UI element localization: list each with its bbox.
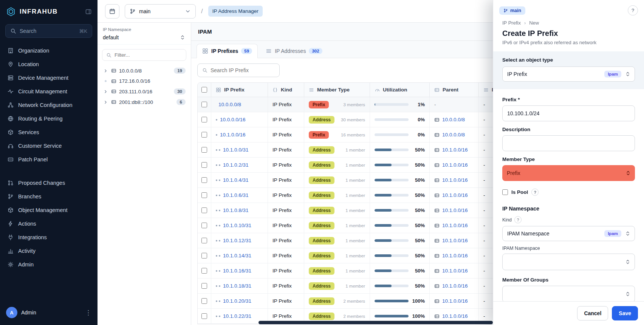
row-checkbox[interactable] xyxy=(201,117,207,122)
kind-select[interactable]: IPAM Namespace Ipam xyxy=(502,226,635,241)
prefix-link[interactable]: 10.1.0.22/31 xyxy=(223,313,251,319)
tree-item-203-111-0-0-16[interactable]: 203.111.0.0/16 30 xyxy=(101,86,188,97)
row-checkbox[interactable] xyxy=(201,147,207,153)
table-row[interactable]: 10.1.0.2/31 IP Prefix Address 1 member 5… xyxy=(198,158,535,173)
sidebar-item-organization[interactable]: Organization xyxy=(4,44,94,57)
sidebar-item-patch-panel[interactable]: Patch Panel xyxy=(4,153,94,166)
prefix-link[interactable]: 10.1.0.0/16 xyxy=(220,132,246,138)
column-header-parent[interactable]: Parent xyxy=(430,83,479,97)
row-checkbox[interactable] xyxy=(201,102,207,107)
parent-link[interactable]: 10.1.0.0/16 xyxy=(442,253,468,258)
sidebar-item-location[interactable]: Location xyxy=(4,57,94,71)
member-of-groups-select[interactable] xyxy=(502,286,635,301)
sidebar-item-admin[interactable]: Admin xyxy=(4,258,94,271)
sidebar-item-proposed-changes[interactable]: Proposed Changes xyxy=(4,176,94,190)
row-checkbox[interactable] xyxy=(201,238,207,243)
prefix-link[interactable]: 10.1.0.4/31 xyxy=(223,177,249,183)
column-header-ip-prefix[interactable]: IP Prefix xyxy=(211,83,268,97)
row-checkbox[interactable] xyxy=(201,253,207,258)
select-all-checkbox[interactable] xyxy=(201,87,207,93)
parent-link[interactable]: 10.1.0.0/16 xyxy=(442,238,468,243)
prefix-link[interactable]: 10.1.0.18/31 xyxy=(223,283,251,289)
sidebar-item-branches[interactable]: Branches xyxy=(4,190,94,203)
table-row[interactable]: 10.1.0.10/31 IP Prefix Address 1 member … xyxy=(198,218,535,233)
sidebar-item-services[interactable]: Services xyxy=(4,125,94,139)
prefix-link[interactable]: 10.0.0.0/8 xyxy=(218,102,241,107)
prefix-link[interactable]: 10.1.0.16/31 xyxy=(223,268,251,274)
tab-ip-prefixes[interactable]: IP Prefixes 59 xyxy=(197,44,258,58)
sidebar-item-actions[interactable]: Actions xyxy=(4,217,94,231)
horizontal-scrollbar[interactable] xyxy=(259,321,493,324)
table-row[interactable]: 10.1.0.14/31 IP Prefix Address 1 member … xyxy=(198,248,535,263)
save-button[interactable]: Save xyxy=(612,306,638,320)
help-button[interactable]: ? xyxy=(628,5,638,15)
ipam-namespace-select[interactable] xyxy=(502,254,635,270)
table-row[interactable]: 10.1.0.8/31 IP Prefix Address 1 member 5… xyxy=(198,203,535,218)
parent-link[interactable]: 10.1.0.0/16 xyxy=(442,298,468,304)
sidebar-item-customer-service[interactable]: Customer Service xyxy=(4,139,94,153)
user-menu[interactable]: A Admin ⋮ xyxy=(0,301,98,325)
row-checkbox[interactable] xyxy=(201,298,207,304)
parent-link[interactable]: 10.0.0.0/8 xyxy=(442,117,465,122)
description-field[interactable] xyxy=(502,135,635,151)
column-header-kind[interactable]: Kind xyxy=(268,83,304,97)
table-row[interactable]: 10.1.0.6/31 IP Prefix Address 1 member 5… xyxy=(198,188,535,203)
prefix-link[interactable]: 10.1.0.2/31 xyxy=(223,162,249,168)
prefix-link[interactable]: 10.1.0.8/31 xyxy=(223,207,249,213)
cancel-button[interactable]: Cancel xyxy=(577,306,608,320)
row-checkbox[interactable] xyxy=(201,313,207,319)
row-checkbox[interactable] xyxy=(201,268,207,274)
kind-help-icon[interactable]: ? xyxy=(514,216,522,223)
row-checkbox[interactable] xyxy=(201,177,207,183)
prefix-search-input[interactable] xyxy=(211,67,275,73)
member-type-select[interactable]: Prefix xyxy=(502,165,635,181)
prefix-link[interactable]: 10.1.0.0/31 xyxy=(223,147,249,153)
parent-link[interactable]: 10.1.0.0/16 xyxy=(442,162,468,168)
prefix-link[interactable]: 10.1.0.6/31 xyxy=(223,192,249,198)
prefix-search[interactable] xyxy=(197,63,280,77)
parent-link[interactable]: 10.1.0.0/16 xyxy=(442,313,468,319)
sidebar-item-integrations[interactable]: Integrations xyxy=(4,231,94,244)
parent-link[interactable]: - xyxy=(434,102,436,107)
tree-item-2001-db8-100[interactable]: 2001:db8::/100 6 xyxy=(101,97,188,107)
row-checkbox[interactable] xyxy=(201,192,207,198)
prefix-link[interactable]: 10.1.0.20/31 xyxy=(223,298,251,304)
parent-link[interactable]: 10.1.0.0/16 xyxy=(442,207,468,213)
parent-link[interactable]: 10.1.0.0/16 xyxy=(442,223,468,228)
column-header-member-type[interactable]: Member Type xyxy=(304,83,370,97)
tree-item-172-16-0-0-16[interactable]: 172.16.0.0/16 xyxy=(101,76,188,86)
parent-link[interactable]: 10.1.0.0/16 xyxy=(442,177,468,183)
breadcrumb-item[interactable]: IP Prefix xyxy=(502,20,521,26)
column-header-utilization[interactable]: Utilization xyxy=(370,83,430,97)
scrollbar-thumb[interactable] xyxy=(259,321,493,324)
user-kebab-menu-icon[interactable]: ⋮ xyxy=(85,309,91,317)
parent-link[interactable]: 10.1.0.0/16 xyxy=(442,268,468,274)
table-row[interactable]: 10.1.0.16/31 IP Prefix Address 1 member … xyxy=(198,263,535,279)
prefix-link[interactable]: 10.1.0.10/31 xyxy=(223,223,251,228)
sidebar-item-routing-peering[interactable]: Routing & Peering xyxy=(4,112,94,125)
chevron-right-icon[interactable] xyxy=(103,89,108,94)
sidebar-item-device-management[interactable]: Device Management xyxy=(4,71,94,85)
is-pool-checkbox[interactable] xyxy=(502,189,508,195)
table-row[interactable]: 10.1.0.20/31 IP Prefix Address 2 members… xyxy=(198,294,535,309)
date-picker-button[interactable] xyxy=(105,4,119,19)
sidebar-item-activity[interactable]: Activity xyxy=(4,244,94,258)
table-row[interactable]: 10.1.0.18/31 IP Prefix Address 1 member … xyxy=(198,279,535,294)
parent-link[interactable]: 10.1.0.0/16 xyxy=(442,192,468,198)
prefix-field[interactable] xyxy=(502,105,635,121)
table-row[interactable]: 10.0.0.0/16 IP Prefix Address 30 members… xyxy=(198,112,535,127)
row-checkbox[interactable] xyxy=(201,283,207,289)
row-checkbox[interactable] xyxy=(201,207,207,213)
chevron-right-icon[interactable] xyxy=(103,68,108,73)
table-row[interactable]: 10.1.0.12/31 IP Prefix Address 1 member … xyxy=(198,233,535,248)
object-type-select[interactable]: IP Prefix Ipam xyxy=(502,67,635,82)
chevron-right-icon[interactable] xyxy=(103,100,108,105)
namespace-select[interactable]: default xyxy=(98,32,191,45)
sidebar-item-object-management[interactable]: Object Management xyxy=(4,203,94,217)
prefix-link[interactable]: 10.1.0.14/31 xyxy=(223,253,251,258)
tree-filter-input[interactable] xyxy=(115,52,182,58)
table-row[interactable]: 10.0.0.0/8 IP Prefix Prefix 3 members 1% xyxy=(198,97,535,112)
sidebar-collapse-button[interactable] xyxy=(85,9,91,15)
sidebar-item-network-configuration[interactable]: Network Configuration xyxy=(4,98,94,112)
tab-ip-addresses[interactable]: IP Addresses 302 xyxy=(260,44,328,58)
